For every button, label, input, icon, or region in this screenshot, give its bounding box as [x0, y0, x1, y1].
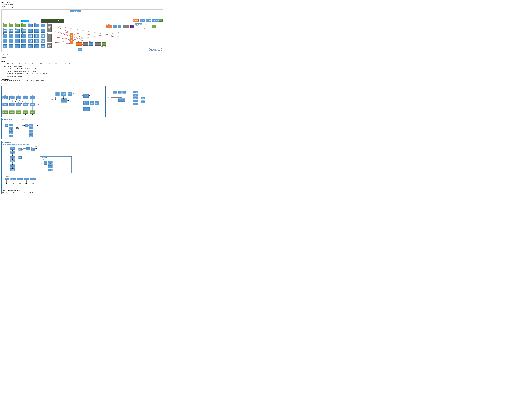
svg-text:Conv3x3: Conv3x3: [17, 104, 20, 105]
node-d23: SkipBlock: [15, 45, 20, 48]
svg-text:Sigmoid: Sigmoid: [30, 136, 32, 137]
svg-text:y5: y5: [38, 104, 39, 105]
lbl-x43s: x43: [21, 38, 23, 39]
svg-text:ConvBatch: ConvBatch: [62, 93, 66, 94]
skip-block-label: SKIP BLOCK: [2, 87, 48, 88]
svg-text:Conv1: Conv1: [12, 179, 14, 180]
svg-text:cat: cat: [114, 89, 115, 90]
lbl-col4-1: x13: [34, 23, 36, 24]
svg-text:feat: feat: [35, 146, 37, 147]
shape-stream-block-container: SHAPE STREAM https://github.com/leftthom…: [1, 141, 73, 194]
svg-text:https://github.com/leftthomas/: https://github.com/leftthomas/GatedSCNN/…: [41, 159, 57, 159]
svg-text:GateConv: GateConv: [11, 166, 14, 166]
gsc-block-container: GSC BLOCK x cat y: [21, 118, 39, 139]
model-inputs: The model inputs are: - Image - (x/2,Can…: [1, 4, 163, 9]
svg-text:le_out: le_out: [68, 101, 71, 102]
svg-text:BE_BLOCK: BE_BLOCK: [68, 93, 72, 94]
svg-text:Conv1x1: Conv1x1: [10, 133, 13, 134]
svg-line-15: [57, 26, 121, 37]
node-y21: SkipBlock: [9, 29, 14, 33]
svg-text:ReLU: ReLU: [30, 130, 32, 131]
x34-preinput: x34_preinput: [76, 43, 82, 45]
lbl-x33: x33: [15, 33, 17, 34]
svg-text:ReLU: ReLU: [4, 113, 6, 113]
x24-2-x24d: x24_2 x24d: [123, 25, 129, 28]
up-block-inner: input1 input1 up cat input2: [106, 88, 127, 106]
lbl-x24d: x24d: [106, 34, 107, 35]
up-block-label: UP BLOCK: [106, 87, 127, 88]
node-x41: Conv1x1BatchNorm: [21, 23, 26, 27]
label-x21: x21: [9, 23, 10, 24]
main-container: MSRF-NET The model inputs are: - Image -…: [0, 0, 165, 197]
node-c22: SkipBlock: [9, 39, 14, 43]
svg-text:nx4: nx4: [25, 95, 26, 96]
svg-text:Final: Final: [95, 95, 97, 96]
svg-text:res4: res4: [25, 183, 27, 184]
svg-text:Phi + beta: Phi + beta: [84, 102, 88, 103]
shape-stream-url[interactable]: https://github.com/leftthomas/GatedSCNN/…: [2, 144, 72, 145]
svg-text:Conv1x1: Conv1x1: [4, 104, 7, 105]
svg-text:grad: grad: [32, 183, 34, 184]
svg-text:Sigmoid: Sigmoid: [10, 136, 13, 136]
svg-text:nx3: nx3: [18, 95, 19, 96]
svg-text:X: X: [81, 95, 81, 96]
svg-text:feat: feat: [40, 161, 42, 162]
svg-text:cat: cat: [26, 125, 27, 126]
concat-legend: concatenate: [149, 48, 162, 51]
svg-line-18: [132, 28, 145, 32]
svg-text:prev: prev: [51, 99, 53, 100]
dualatt-3-3: DualAttBlock: [41, 34, 45, 38]
grad-formula: grad = ORIGINAL IMAGE + CANNY: [2, 189, 72, 192]
svg-text:tamaño ▼: tamaño ▼: [7, 176, 10, 177]
svg-text:Sigmoid: Sigmoid: [134, 101, 137, 102]
svg-text:up: up: [120, 92, 121, 92]
gsc-block-label: GSC BLOCK: [22, 119, 38, 120]
svg-text:BatNorm: BatNorm: [11, 105, 13, 105]
dualatt-block-inner: skip cat ConvBatch Norm: [51, 88, 77, 111]
dualatt-2-5: DualAttBlock: [34, 45, 39, 48]
svg-text:BatchNorm: BatchNorm: [10, 98, 14, 99]
svg-text:BLOCK: BLOCK: [63, 101, 65, 101]
svg-text:DualAtt: DualAtt: [31, 104, 34, 105]
se-block-svg: x x.mean() y y Conv... BatNorm: [130, 88, 151, 105]
svg-text:Conv1x1: Conv1x1: [11, 151, 14, 152]
blocks-row-1: SKIP BLOCK: [1, 86, 163, 139]
node-c21: SkipBlock: [3, 39, 7, 43]
svg-text:ConvBlock2: ConvBlock2: [120, 99, 124, 100]
dualatt-3-4: DualAttBlock: [41, 39, 45, 43]
lbl-x31s: x31: [3, 38, 4, 39]
attention-block-svg: X Concatenate X · Up Final G: [80, 88, 105, 114]
node-b22: SkipBlock: [9, 34, 14, 38]
up-block-container: UP BLOCK input1 input1: [106, 86, 128, 117]
svg-text:gate3: gate3: [17, 165, 20, 166]
pred1-node: pred1: [159, 18, 163, 22]
svg-text:Conv3x3: Conv3x3: [24, 104, 27, 105]
gray-bot: DualAttSpatial: [47, 43, 52, 48]
x14-preinput: x14_preinput: [133, 19, 139, 22]
blocks-section: BLOCKS SKIP BLOCK: [1, 82, 163, 194]
dualatt-block-svg: skip cat ConvBatch Norm: [51, 88, 78, 111]
gray-top: DualAttSpatialAtt: [47, 23, 52, 32]
blocks-row-2: SHAPE STREAM https://github.com/leftthom…: [1, 140, 163, 194]
label-x31: x31: [15, 23, 17, 24]
lbl-x41s: x41: [3, 44, 4, 45]
svg-text:feat: feat: [31, 147, 32, 148]
svg-text:Block: Block: [32, 98, 33, 99]
dualatt-block-label: DUALATT BLOCK: [51, 87, 77, 88]
app-title: MSRF-NET: [1, 1, 163, 3]
svg-text:Concatenate: Concatenate: [84, 95, 88, 96]
dualatt-2-1: DualAttBlock: [34, 23, 39, 27]
node-d21: SkipBlock: [3, 45, 7, 48]
svg-text:ReLU: ReLU: [32, 113, 33, 113]
lbl-x42: x42: [21, 28, 23, 29]
svg-text:ReLU: ReLU: [11, 113, 13, 113]
x24-purple: x24: [130, 25, 134, 28]
x24-preinput: x24_preinput: [106, 25, 112, 28]
se-block-inner: x x.mean() y y Conv... BatNorm: [130, 88, 150, 106]
node-x31: Conv1x1BatchNorm: [15, 23, 20, 27]
svg-text:y: y: [143, 104, 143, 105]
spatial-att-block-container: SPATIAL ATT BLOCK x cat: [1, 118, 20, 139]
svg-text:nx5: nx5: [32, 95, 33, 96]
node-b21: SkipBlock: [3, 34, 7, 38]
shape-stream-block-svg: GateConv Conv1x1 BasicBlock gate2 GateCo…: [2, 145, 74, 188]
